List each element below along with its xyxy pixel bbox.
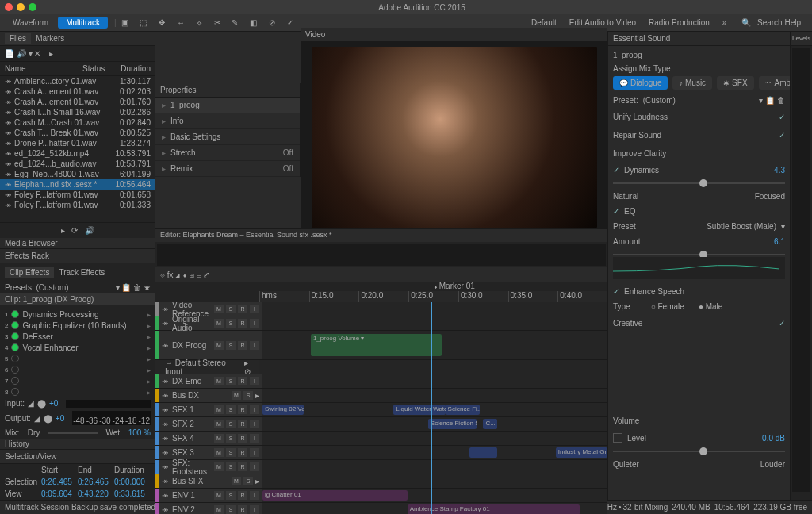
toolbar-icons[interactable]: ▣ ⬚ ✥ ↔ ⟡ ✂ ✎ ◧ ⊘ ✓ <box>121 18 298 28</box>
track[interactable]: ↠SFX 3MSRIIndustry Metal Grind Lon <box>155 446 607 460</box>
track[interactable]: ↠SFX 1MSRISwirling 02 Volume ▾Liquid Wat… <box>155 403 607 417</box>
unify-loudness[interactable]: Unify Loudness <box>613 113 668 121</box>
workspace-default[interactable]: Default <box>525 18 563 27</box>
media-browser[interactable]: Media Browser <box>5 239 58 247</box>
track[interactable]: ↠SFX 2MSRIScience Fiction Sci...C... <box>155 417 607 432</box>
es-preset[interactable]: (Custom) <box>643 96 676 105</box>
track[interactable]: ↠DX ProogMSRI1_proog Volume ▾ <box>155 331 607 360</box>
prop-row[interactable]: ▸Info <box>155 113 300 129</box>
prop-row[interactable]: ▸Basic Settings <box>155 129 300 145</box>
track-effects-tab[interactable]: Track Effects <box>54 267 109 278</box>
files-toolbar[interactable]: 📄 🔊 ▾ ✕ ▸ <box>0 46 155 62</box>
enhance-speech[interactable]: Enhance Speech <box>624 287 684 296</box>
file-item[interactable]: ↠Ambienc...ctory 01.wav1:30.117 <box>0 76 155 86</box>
window-controls[interactable] <box>5 3 36 11</box>
fx-slot[interactable]: 1Dynamics Processing▸ <box>5 309 151 320</box>
col-status[interactable]: Status <box>82 64 111 73</box>
file-item[interactable]: ↠Crash I...h Small 16.wav0:02.286 <box>0 107 155 117</box>
track[interactable]: ↠SFX: FootstepsMSRI <box>155 460 607 474</box>
files-tab[interactable]: Files <box>5 33 31 44</box>
clip[interactable]: Science Fi... <box>446 405 481 416</box>
input-knob[interactable]: ⬤ <box>37 399 46 408</box>
type-music[interactable]: ♪ Music <box>672 76 712 90</box>
track[interactable]: ↠Video ReferenceMSRI <box>155 302 607 316</box>
file-item[interactable]: ↠ed_1024...b_audio.wav10:53.791 <box>0 159 155 169</box>
prop-row[interactable]: ▸RemixOff <box>155 161 300 177</box>
clip[interactable] <box>469 447 497 458</box>
fx-slot[interactable]: 4Vocal Enhancer▸ <box>5 342 151 353</box>
fx-slot[interactable]: 6▸ <box>5 364 151 375</box>
eq-toggle[interactable]: EQ <box>624 207 635 216</box>
col-name[interactable]: Name <box>5 64 82 73</box>
file-controls[interactable]: ▸ ⟳ 🔊 <box>0 222 155 238</box>
track[interactable]: ↠Bus DXMS▸ <box>155 389 607 403</box>
track[interactable]: ↠SFX 4MSRI <box>155 432 607 446</box>
clip[interactable]: ig Chatter 01 <box>262 490 408 501</box>
male-radio[interactable]: ● Male <box>699 302 723 311</box>
eq-preset[interactable]: Subtle Boost (Male) <box>707 222 776 231</box>
file-item[interactable]: ↠Crash A...ement 01.wav0:02.203 <box>0 86 155 97</box>
overview-waveform[interactable] <box>157 244 606 266</box>
fx-slot[interactable]: 5▸ <box>5 353 151 364</box>
search-help[interactable]: Search Help <box>751 18 807 27</box>
level-checkbox[interactable] <box>613 433 622 443</box>
mix-slider[interactable] <box>48 432 98 434</box>
search-icon[interactable]: 🔍 <box>741 18 751 27</box>
file-item[interactable]: ↠Crash M...Crash 01.wav0:02.840 <box>0 117 155 128</box>
track[interactable]: ↠Bus SFXMS▸ <box>155 474 607 489</box>
female-radio[interactable]: ○ Female <box>651 302 684 311</box>
volume-section[interactable]: Volume <box>613 416 639 425</box>
track[interactable]: ↠ENV 2MSRIAmbience Stamp Factory 01 <box>155 503 607 514</box>
track[interactable]: ↠DX EmoMSRI <box>155 374 607 389</box>
file-item[interactable]: ↠Foley F...latform 01.wav0:01.333 <box>0 200 155 210</box>
workspace-more[interactable]: » <box>716 18 733 27</box>
track[interactable]: ↠ENV 1MSRIig Chatter 01 <box>155 489 607 503</box>
fx-slot[interactable]: 3DeEsser▸ <box>5 331 151 342</box>
workspace-radio[interactable]: Radio Production <box>642 18 716 27</box>
preset-dropdown-icon[interactable]: ▾ 📋 🗑 <box>759 96 785 105</box>
multitrack-tab[interactable]: Multitrack <box>58 17 108 29</box>
file-list[interactable]: ↠Ambienc...ctory 01.wav1:30.117↠Crash A.… <box>0 76 155 222</box>
marker[interactable]: Marker 01 <box>439 282 475 290</box>
clip[interactable]: Liquid Water Water ... <box>393 405 445 416</box>
markers-tab[interactable]: Markers <box>31 33 69 44</box>
clip[interactable]: Industry Metal Grind Lon <box>556 447 607 458</box>
waveform-tab[interactable]: Waveform <box>5 17 56 29</box>
playhead[interactable] <box>431 302 432 514</box>
preset-value[interactable]: (Custom) <box>36 283 68 292</box>
preset-icons[interactable]: ▾ 📋 🗑 ★ <box>116 283 151 292</box>
output-knob[interactable]: ⬤ <box>44 414 52 423</box>
file-item[interactable]: ↠Egg_Neb...48000 1.wav6:04.199 <box>0 169 155 179</box>
col-duration[interactable]: Duration <box>111 64 151 73</box>
clip[interactable]: C... <box>483 419 496 430</box>
dynamics-toggle[interactable]: Dynamics <box>624 166 659 175</box>
file-item[interactable]: ↠ed_1024_512kb.mp410:53.791 <box>0 148 155 159</box>
amount-slider[interactable] <box>613 254 785 255</box>
clip-effects-tab[interactable]: Clip Effects <box>5 267 54 278</box>
editor-toolbar[interactable]: ⟐ fx ◢ ⬧ ⊞ ⊟ ⤢ <box>155 267 607 282</box>
output-meter-btn[interactable]: ◢ <box>34 414 40 423</box>
fx-slot[interactable]: 8▸ <box>5 386 151 397</box>
history-panel[interactable]: History <box>5 439 29 448</box>
clip[interactable]: Ambience Stamp Factory 01 <box>408 504 580 514</box>
file-item[interactable]: ↠Crash T... Break 01.wav0:00.525 <box>0 128 155 138</box>
creative-section[interactable]: Creative <box>613 319 642 328</box>
clip[interactable]: Swirling 02 Volume ▾ <box>262 405 304 416</box>
track[interactable]: ↠Original AudioMSRI <box>155 316 607 331</box>
file-item[interactable]: ↠Elephan...nd sfx .sesx *10:56.464 <box>0 179 155 190</box>
type-sfx[interactable]: ✱ SFX <box>717 76 753 90</box>
clip[interactable]: 1_proog Volume ▾ <box>311 334 442 357</box>
repair-sound[interactable]: Repair Sound <box>613 131 661 140</box>
clip[interactable]: Science Fiction Sci... <box>428 419 477 430</box>
video-preview[interactable] <box>312 47 597 228</box>
prop-row[interactable]: ▸StretchOff <box>155 145 300 161</box>
fx-slot[interactable]: 2Graphic Equalizer (10 Bands)▸ <box>5 320 151 331</box>
fx-slot[interactable]: 7▸ <box>5 375 151 386</box>
improve-clarity[interactable]: Improve Clarity <box>613 149 666 158</box>
level-slider[interactable] <box>613 451 785 452</box>
type-dialogue[interactable]: 💬 Dialogue <box>613 76 668 90</box>
file-item[interactable]: ↠Drone P...hatter 01.wav1:28.274 <box>0 138 155 148</box>
dynamics-slider[interactable] <box>613 182 785 184</box>
input-meter-btn[interactable]: ◢ <box>28 399 34 408</box>
track[interactable]: → Default Stereo Input▸ ⊘ <box>155 360 607 374</box>
